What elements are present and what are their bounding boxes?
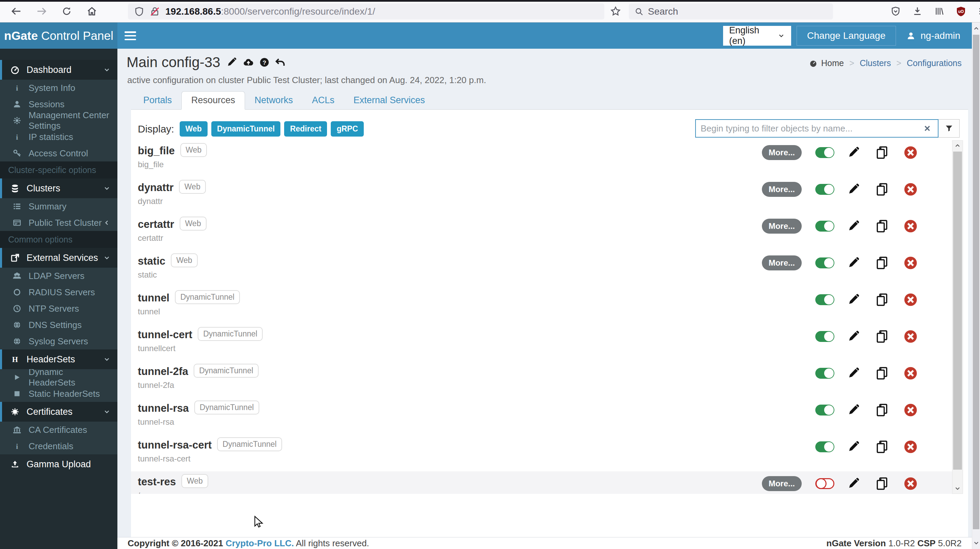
forward-icon[interactable]	[35, 5, 48, 18]
cloud-upload-icon[interactable]	[243, 56, 254, 68]
edit-pencil-icon[interactable]	[848, 257, 861, 270]
edit-pencil-icon[interactable]	[848, 183, 861, 196]
reload-icon[interactable]	[60, 5, 73, 18]
delete-icon[interactable]	[903, 329, 918, 344]
list-scrollbar[interactable]	[952, 140, 963, 494]
clear-filter-icon[interactable]	[923, 124, 932, 133]
display-badge-dynamictunnel[interactable]: DynamicTunnel	[211, 121, 281, 137]
tab-resources[interactable]: Resources	[181, 91, 245, 110]
list-scroll-down-icon[interactable]	[953, 483, 963, 493]
delete-icon[interactable]	[903, 182, 918, 197]
bookmark-star-icon[interactable]	[610, 5, 621, 17]
sidebar-item-ca-certificates[interactable]: CA Certificates	[0, 421, 118, 438]
tab-portals[interactable]: Portals	[134, 91, 181, 109]
enable-toggle[interactable]	[815, 331, 834, 342]
delete-icon[interactable]	[903, 255, 918, 270]
undo-icon[interactable]	[275, 56, 286, 68]
copy-icon[interactable]	[875, 292, 889, 307]
copy-icon[interactable]	[875, 366, 889, 381]
sidebar-toggle-icon[interactable]	[123, 30, 137, 41]
company-link[interactable]: Crypto-Pro LLC.	[226, 538, 294, 548]
library-icon[interactable]	[932, 5, 946, 18]
sidebar-item-ip-statistics[interactable]: iIP statistics	[0, 129, 118, 145]
enable-toggle[interactable]	[815, 221, 834, 231]
app-logo[interactable]: nGate Control Panel	[0, 22, 118, 49]
edit-pencil-icon[interactable]	[848, 440, 861, 453]
enable-toggle[interactable]	[815, 478, 834, 489]
browser-search-bar[interactable]: Search	[629, 3, 833, 19]
edit-pencil-icon[interactable]	[848, 367, 861, 380]
window-scrollbar[interactable]	[972, 22, 980, 549]
sidebar-item-clusters[interactable]: Clusters	[0, 179, 118, 198]
language-select[interactable]: English (en)	[723, 26, 791, 46]
edit-pencil-icon[interactable]	[848, 404, 861, 417]
insecure-lock-icon[interactable]	[150, 6, 160, 17]
sidebar-item-gamma-upload[interactable]: Gamma Upload	[0, 454, 118, 474]
user-menu[interactable]: ng-admin	[901, 30, 960, 41]
more-button[interactable]: More...	[762, 476, 802, 491]
filter-funnel-button[interactable]	[939, 119, 959, 137]
enable-toggle[interactable]	[815, 441, 834, 452]
display-badge-redirect[interactable]: Redirect	[284, 121, 327, 137]
enable-toggle[interactable]	[815, 257, 834, 268]
help-icon[interactable]: ?	[259, 57, 270, 68]
pocket-icon[interactable]	[889, 5, 902, 18]
copy-icon[interactable]	[875, 476, 889, 491]
sidebar-item-radius-servers[interactable]: RADIUS Servers	[0, 284, 118, 300]
filter-input[interactable]	[695, 119, 939, 137]
enable-toggle[interactable]	[815, 405, 834, 415]
home-icon[interactable]	[85, 5, 99, 18]
sidebar-item-credentials[interactable]: iCredentials	[0, 438, 118, 454]
window-scrollbar-thumb[interactable]	[973, 35, 979, 529]
copy-icon[interactable]	[875, 255, 889, 270]
breadcrumb-link[interactable]: Configurations	[907, 58, 962, 68]
copy-icon[interactable]	[875, 439, 889, 454]
sidebar-item-certificates[interactable]: Certificates	[0, 402, 118, 421]
enable-toggle[interactable]	[815, 294, 834, 305]
sidebar-item-dashboard[interactable]: Dashboard	[0, 60, 118, 80]
sidebar-item-ldap-servers[interactable]: LDAP Servers	[0, 268, 118, 284]
shield-icon[interactable]	[134, 6, 144, 17]
copy-icon[interactable]	[875, 402, 889, 418]
edit-pencil-icon[interactable]	[848, 220, 861, 233]
more-button[interactable]: More...	[762, 255, 802, 270]
copy-icon[interactable]	[875, 219, 889, 234]
tab-acls[interactable]: ACLs	[302, 91, 344, 109]
display-badge-grpc[interactable]: gRPC	[331, 121, 364, 137]
enable-toggle[interactable]	[815, 184, 834, 195]
sidebar-item-external-services[interactable]: External Services	[0, 248, 118, 268]
edit-pencil-icon[interactable]	[848, 330, 861, 343]
sidebar-item-system-info[interactable]: iSystem Info	[0, 80, 118, 96]
more-button[interactable]: More...	[762, 219, 802, 234]
tab-networks[interactable]: Networks	[245, 91, 302, 109]
edit-pencil-icon[interactable]	[848, 146, 861, 159]
scroll-up-icon[interactable]	[972, 23, 980, 34]
delete-icon[interactable]	[903, 439, 918, 454]
more-button[interactable]: More...	[762, 145, 802, 160]
pencil-icon[interactable]	[227, 57, 238, 68]
delete-icon[interactable]	[903, 476, 918, 491]
sidebar-item-headersets[interactable]: HHeaderSets	[0, 350, 118, 369]
downloads-icon[interactable]	[911, 5, 924, 18]
menu-icon[interactable]	[976, 5, 980, 18]
back-icon[interactable]	[10, 5, 23, 18]
breadcrumb-link[interactable]: Clusters	[859, 58, 891, 68]
sidebar-item-access-control[interactable]: Access Control	[0, 145, 118, 161]
sidebar-item-dns-settings[interactable]: DNS Settings	[0, 317, 118, 333]
sidebar-item-syslog-servers[interactable]: Syslog Servers	[0, 333, 118, 350]
display-badge-web[interactable]: Web	[180, 121, 208, 137]
delete-icon[interactable]	[903, 292, 918, 307]
delete-icon[interactable]	[903, 219, 918, 234]
sidebar-item-ntp-servers[interactable]: NTP Servers	[0, 300, 118, 317]
list-scrollbar-thumb[interactable]	[953, 152, 962, 470]
copy-icon[interactable]	[875, 145, 889, 160]
sidebar-item-management-center-settings[interactable]: Management Center Settings	[0, 112, 118, 129]
more-button[interactable]: More...	[762, 182, 802, 197]
list-scroll-up-icon[interactable]	[953, 140, 963, 151]
edit-pencil-icon[interactable]	[848, 293, 861, 306]
sidebar-item-public-test-cluster[interactable]: Public Test Cluster	[0, 215, 118, 231]
sidebar-item-summary[interactable]: Summary	[0, 198, 118, 215]
enable-toggle[interactable]	[815, 368, 834, 379]
delete-icon[interactable]	[903, 145, 918, 160]
copy-icon[interactable]	[875, 329, 889, 344]
